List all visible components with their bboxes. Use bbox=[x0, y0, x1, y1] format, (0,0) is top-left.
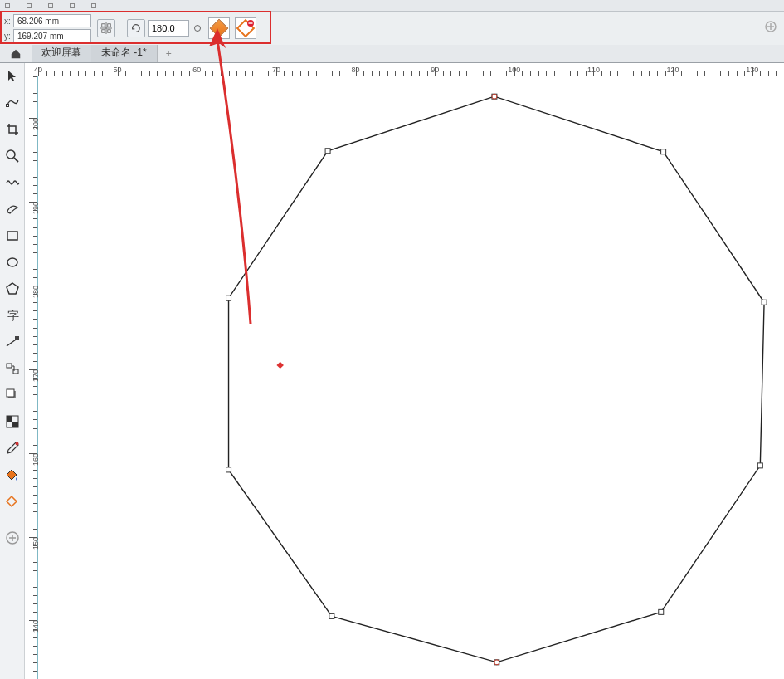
toolbox: 字 bbox=[0, 63, 25, 679]
y-coordinate-input[interactable] bbox=[13, 29, 91, 42]
shape-node[interactable] bbox=[659, 609, 664, 614]
svg-point-15 bbox=[7, 258, 17, 266]
shape-node[interactable] bbox=[329, 613, 334, 618]
new-tab-button[interactable]: + bbox=[158, 46, 180, 62]
document-tabs: 欢迎屏幕 未命名 -1* + bbox=[0, 45, 784, 63]
x-coordinate-input[interactable] bbox=[13, 14, 91, 27]
svg-text:字: 字 bbox=[7, 310, 19, 322]
degree-icon bbox=[194, 25, 201, 32]
interactive-fill-tool[interactable] bbox=[2, 465, 22, 485]
svg-rect-11 bbox=[6, 105, 8, 107]
node-style-filled-button[interactable] bbox=[208, 17, 230, 39]
drawing-canvas[interactable] bbox=[38, 76, 784, 679]
overflow-icon[interactable] bbox=[764, 20, 777, 35]
node-style-outline-button[interactable] bbox=[235, 17, 256, 39]
polygon-shape[interactable] bbox=[38, 76, 784, 679]
svg-rect-1 bbox=[108, 24, 111, 27]
svg-rect-26 bbox=[12, 422, 18, 427]
shape-node[interactable] bbox=[757, 463, 762, 468]
customize-toolbox-button[interactable] bbox=[2, 528, 22, 548]
svg-rect-23 bbox=[7, 389, 14, 397]
svg-rect-14 bbox=[7, 232, 17, 240]
shape-node[interactable] bbox=[762, 300, 767, 305]
coordinate-inputs: x: y: bbox=[0, 12, 95, 44]
svg-rect-3 bbox=[108, 30, 111, 33]
svg-point-27 bbox=[15, 442, 18, 446]
shape-node[interactable] bbox=[226, 296, 231, 300]
origin-anchor-button[interactable] bbox=[97, 19, 115, 37]
shape-tool[interactable] bbox=[2, 93, 22, 113]
svg-rect-20 bbox=[7, 364, 12, 368]
workspace: 字 405060708090100110120130 1401501601701… bbox=[0, 63, 784, 679]
pick-tool[interactable] bbox=[2, 66, 22, 86]
svg-rect-2 bbox=[102, 30, 105, 33]
artistic-media-tool[interactable] bbox=[2, 199, 22, 219]
zoom-tool[interactable] bbox=[2, 146, 22, 166]
shape-node[interactable] bbox=[325, 149, 330, 154]
rotation-icon[interactable] bbox=[127, 19, 145, 37]
shape-node[interactable] bbox=[661, 149, 666, 154]
svg-rect-19 bbox=[15, 336, 19, 340]
vertical-ruler[interactable]: 140150160170180190200 bbox=[25, 76, 38, 679]
svg-line-13 bbox=[14, 158, 18, 162]
ellipse-tool[interactable] bbox=[2, 252, 22, 272]
x-label: x: bbox=[3, 17, 12, 26]
property-bar: x: y: bbox=[0, 12, 784, 45]
horizontal-ruler[interactable]: 405060708090100110120130 bbox=[25, 63, 784, 76]
svg-marker-16 bbox=[7, 283, 18, 294]
crop-tool[interactable] bbox=[2, 120, 22, 139]
home-tab-icon[interactable] bbox=[0, 46, 32, 62]
transparency-tool[interactable] bbox=[2, 412, 22, 432]
svg-rect-7 bbox=[249, 22, 253, 23]
document-tab[interactable]: 未命名 -1* bbox=[91, 43, 158, 62]
svg-rect-25 bbox=[7, 416, 12, 422]
shape-node[interactable] bbox=[226, 467, 231, 472]
svg-rect-0 bbox=[102, 24, 105, 27]
dimension-tool[interactable] bbox=[2, 332, 22, 352]
rectangle-tool[interactable] bbox=[2, 226, 22, 246]
text-tool[interactable]: 字 bbox=[2, 305, 22, 325]
menu-bar bbox=[0, 0, 784, 12]
freehand-tool[interactable] bbox=[2, 173, 22, 193]
smart-fill-tool[interactable] bbox=[2, 491, 22, 511]
welcome-screen-tab[interactable]: 欢迎屏幕 bbox=[32, 43, 91, 62]
polygon-tool[interactable] bbox=[2, 279, 22, 299]
eyedropper-tool[interactable] bbox=[2, 438, 22, 458]
drop-shadow-tool[interactable] bbox=[2, 385, 22, 405]
y-label: y: bbox=[3, 32, 12, 41]
rotation-angle-input[interactable] bbox=[148, 20, 189, 37]
connector-tool[interactable] bbox=[2, 359, 22, 379]
center-marker[interactable] bbox=[276, 362, 283, 369]
svg-point-12 bbox=[7, 150, 15, 159]
canvas-area[interactable]: 405060708090100110120130 140150160170180… bbox=[25, 63, 784, 679]
